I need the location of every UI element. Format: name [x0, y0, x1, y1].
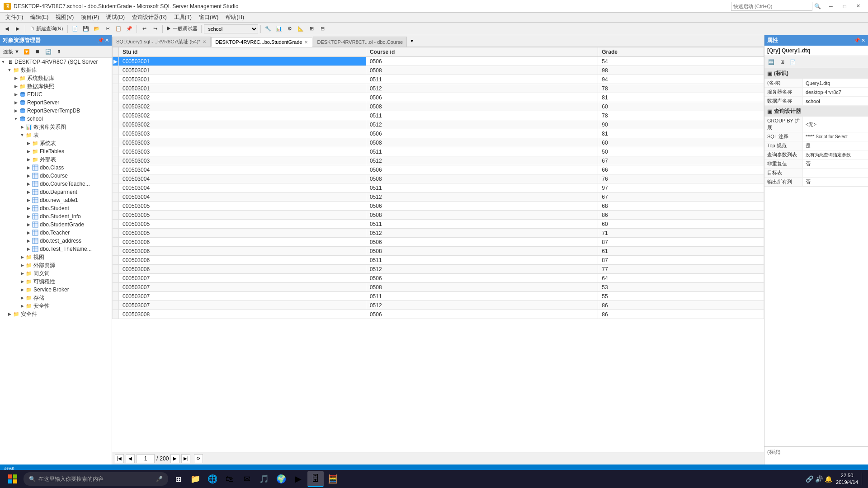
- cell-stu-id[interactable]: 000503007: [119, 301, 366, 310]
- cell-stu-id[interactable]: 000503004: [119, 165, 366, 174]
- cell-course-id[interactable]: 0506: [366, 57, 598, 66]
- table-row[interactable]: 000503005051271: [113, 229, 764, 238]
- toolbar-new-query[interactable]: 🗋 新建查询(N): [28, 24, 65, 34]
- table-row[interactable]: 000503002050860: [113, 102, 764, 111]
- table-row[interactable]: 000503006050861: [113, 247, 764, 256]
- cell-stu-id[interactable]: 000503003: [119, 156, 366, 165]
- cell-course-id[interactable]: 0512: [366, 301, 598, 310]
- taskbar-store[interactable]: 🛍: [222, 471, 238, 487]
- tree-expand-system_db[interactable]: ▶: [13, 76, 19, 80]
- tree-node-dbo_teacher[interactable]: ▶dbo.Teacher: [0, 229, 112, 237]
- cell-course-id[interactable]: 0506: [366, 202, 598, 211]
- taskbar-notification-icon[interactable]: 🔔: [825, 475, 832, 483]
- cell-course-id[interactable]: 0508: [366, 138, 598, 147]
- tree-node-educ[interactable]: ▶EDUC: [0, 90, 112, 99]
- tree-node-reportserver[interactable]: ▶ReportServer: [0, 99, 112, 107]
- taskbar-mail[interactable]: ✉: [239, 471, 255, 487]
- cell-stu-id[interactable]: 000503002: [119, 111, 366, 120]
- tree-expand-server[interactable]: ▼: [0, 60, 6, 64]
- cell-grade[interactable]: 50: [598, 147, 764, 156]
- taskbar-calc[interactable]: 🧮: [325, 471, 341, 487]
- cell-stu-id[interactable]: 000503006: [119, 247, 366, 256]
- menu-file[interactable]: 文件(F): [2, 13, 27, 23]
- cell-stu-id[interactable]: 000503004: [119, 183, 366, 192]
- toolbar-btn6[interactable]: 📌: [124, 24, 134, 34]
- toolbar-extra1[interactable]: 🔧: [263, 24, 273, 34]
- toolbar-extra2[interactable]: 📊: [274, 24, 284, 34]
- menu-view[interactable]: 视图(V): [52, 13, 77, 23]
- table-row[interactable]: 000503005050886: [113, 211, 764, 220]
- taskbar-chrome[interactable]: 🌍: [273, 471, 289, 487]
- table-row[interactable]: 000503007050853: [113, 283, 764, 292]
- tree-expand-dbo_course[interactable]: ▶: [25, 174, 32, 178]
- cell-course-id[interactable]: 0512: [366, 265, 598, 274]
- oe-filter-button[interactable]: 🔽: [22, 47, 32, 56]
- cell-stu-id[interactable]: 000503002: [119, 102, 366, 111]
- taskbar-edge[interactable]: 🌐: [204, 471, 221, 487]
- tree-expand-tables[interactable]: ▼: [19, 133, 25, 137]
- oe-connect-button[interactable]: 连接 ▼: [2, 47, 21, 56]
- cell-grade[interactable]: 86: [598, 301, 764, 310]
- database-selector[interactable]: school: [204, 24, 258, 33]
- tree-node-dbo_studentgrade[interactable]: ▶dbo.StudentGrade: [0, 221, 112, 229]
- cell-grade[interactable]: 81: [598, 129, 764, 138]
- cell-grade[interactable]: 77: [598, 265, 764, 274]
- quick-search-input[interactable]: [731, 2, 812, 11]
- close-button[interactable]: ✕: [852, 2, 864, 11]
- taskbar-music[interactable]: 🎵: [256, 471, 272, 487]
- tree-expand-synonyms[interactable]: ▶: [19, 271, 25, 276]
- table-row[interactable]: 000503007051286: [113, 301, 764, 310]
- table-row[interactable]: 000503005050668: [113, 202, 764, 211]
- tab-course[interactable]: DESKTOP-4RVR8C7...ol - dbo.Course: [313, 37, 407, 47]
- tree-expand-dbo_courseteacher[interactable]: ▶: [25, 182, 32, 186]
- taskbar-play[interactable]: ▶: [290, 471, 307, 487]
- toolbar-extra4[interactable]: 📐: [296, 24, 306, 34]
- tree-expand-storage[interactable]: ▶: [19, 296, 25, 300]
- oe-collapse-button[interactable]: ⬆: [54, 47, 64, 56]
- cell-grade[interactable]: 94: [598, 75, 764, 84]
- start-button[interactable]: [4, 472, 22, 486]
- tree-expand-dbo_student[interactable]: ▶: [25, 206, 32, 211]
- tree-node-security[interactable]: ▶📁安全性: [0, 302, 112, 310]
- nav-page-input[interactable]: [137, 454, 155, 463]
- table-row[interactable]: 000503006051187: [113, 256, 764, 265]
- table-row[interactable]: ▶000503001050654: [113, 57, 764, 66]
- table-row[interactable]: 000503001051278: [113, 84, 764, 93]
- tree-expand-file_tables[interactable]: ▶: [25, 149, 32, 154]
- cell-course-id[interactable]: 0508: [366, 102, 598, 111]
- tree-node-db_diagram[interactable]: ▶📊数据库关系图: [0, 123, 112, 131]
- cell-stu-id[interactable]: 000503004: [119, 192, 366, 202]
- tab-dropdown-button[interactable]: ▼: [407, 35, 416, 47]
- cell-grade[interactable]: 60: [598, 138, 764, 147]
- cell-course-id[interactable]: 0511: [366, 75, 598, 84]
- cell-stu-id[interactable]: 000503001: [119, 66, 366, 75]
- cell-grade[interactable]: 55: [598, 292, 764, 301]
- table-row[interactable]: 000503002050681: [113, 93, 764, 102]
- cell-stu-id[interactable]: 000503005: [119, 202, 366, 211]
- taskbar-show-desktop[interactable]: [862, 473, 864, 485]
- cell-grade[interactable]: 64: [598, 274, 764, 283]
- tree-expand-dbo_deparment[interactable]: ▶: [25, 190, 32, 194]
- tree-expand-dbo_class[interactable]: ▶: [25, 165, 32, 170]
- tree-node-dbo_deparment[interactable]: ▶dbo.Deparment: [0, 188, 112, 196]
- table-row[interactable]: 000503006050687: [113, 238, 764, 247]
- nav-refresh-button[interactable]: ⟳: [194, 454, 203, 463]
- menu-help[interactable]: 帮助(H): [222, 13, 248, 23]
- cell-grade[interactable]: 67: [598, 156, 764, 165]
- cell-stu-id[interactable]: 000503005: [119, 211, 366, 220]
- cell-course-id[interactable]: 0506: [366, 129, 598, 138]
- nav-last-button[interactable]: ▶|: [181, 454, 190, 463]
- cell-grade[interactable]: 53: [598, 283, 764, 292]
- tree-expand-school[interactable]: ▼: [13, 117, 19, 121]
- table-row[interactable]: 000503006051277: [113, 265, 764, 274]
- menu-debug[interactable]: 调试(D): [103, 13, 128, 23]
- cell-grade[interactable]: 66: [598, 165, 764, 174]
- cell-course-id[interactable]: 0506: [366, 238, 598, 247]
- tree-node-dbo_student[interactable]: ▶dbo.Student: [0, 204, 112, 212]
- tree-node-databases[interactable]: ▼📁数据库: [0, 66, 112, 74]
- cell-course-id[interactable]: 0512: [366, 120, 598, 129]
- cell-stu-id[interactable]: 000503003: [119, 129, 366, 138]
- cell-grade[interactable]: 60: [598, 102, 764, 111]
- taskbar-search[interactable]: 🔍 🎤: [24, 472, 168, 486]
- table-row[interactable]: 000503004051197: [113, 183, 764, 192]
